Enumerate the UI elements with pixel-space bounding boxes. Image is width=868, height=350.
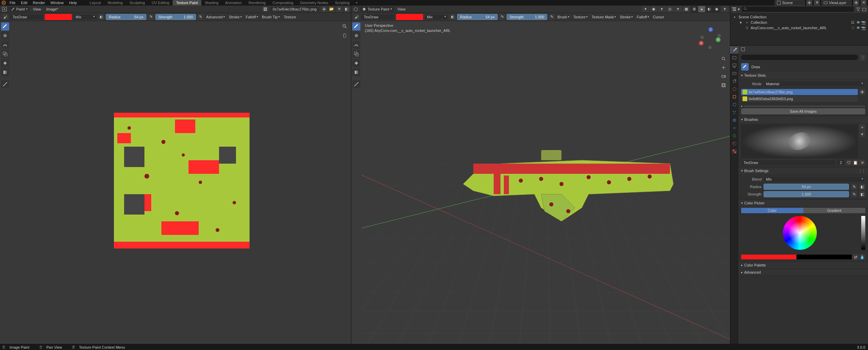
zoom-magnify-icon[interactable] bbox=[341, 23, 348, 30]
prop-tab-modifier[interactable] bbox=[730, 101, 738, 108]
brush-settings-strength-unit[interactable]: ◧ bbox=[859, 191, 865, 197]
tree-collection[interactable]: ▾ ▫ Collection ☑ 👁 📷 bbox=[732, 20, 866, 25]
tool-menu-advanced[interactable]: Advanced ▾ bbox=[205, 15, 226, 19]
advanced-panel-header[interactable]: ▸ Advanced bbox=[738, 269, 868, 276]
viewport-tool-menu-cursor[interactable]: Cursor bbox=[652, 15, 666, 19]
drag-handle-icon[interactable] bbox=[744, 106, 865, 107]
collection-render-toggle[interactable]: 📷 bbox=[861, 20, 866, 25]
viewport-tool-clone[interactable] bbox=[352, 50, 360, 58]
gizmo-toggle-button[interactable]: ◉ bbox=[650, 6, 657, 12]
object-visible-toggle[interactable]: 👁 bbox=[856, 25, 861, 30]
gizmo-options-button[interactable]: ▾ bbox=[658, 6, 666, 12]
image-new-button[interactable] bbox=[321, 6, 327, 12]
tool-annotate[interactable] bbox=[1, 80, 9, 88]
viewport-radius-pressure-toggle[interactable]: ✎ bbox=[499, 14, 505, 20]
add-workspace-button[interactable]: + bbox=[353, 0, 360, 5]
new-viewlayer-button[interactable] bbox=[853, 0, 859, 6]
tab-rendering[interactable]: Rendering bbox=[245, 0, 269, 5]
xray-toggle-button[interactable]: ▦ bbox=[683, 6, 690, 12]
view-object-types-button[interactable]: ▾ bbox=[642, 6, 649, 12]
properties-options-button[interactable]: ⋮ bbox=[860, 54, 866, 60]
gizmo-neg-x[interactable] bbox=[717, 34, 721, 37]
swap-colors-button[interactable]: ⇄ bbox=[852, 254, 859, 260]
tool-soften[interactable] bbox=[1, 32, 9, 40]
viewport-tool-annotate[interactable] bbox=[352, 80, 360, 88]
color-value-bar[interactable] bbox=[861, 216, 865, 250]
panel-options-icon[interactable]: ⋮⋮ bbox=[859, 169, 865, 173]
tree-scene-collection[interactable]: ▪ Scene Collection bbox=[732, 14, 866, 20]
viewport-tool-menu-brush[interactable]: Brush ▾ bbox=[556, 15, 571, 19]
brush-settings-strength-pressure[interactable]: ✎ bbox=[851, 191, 857, 197]
strength-pressure-toggle[interactable]: ✎ bbox=[197, 14, 203, 20]
editor-type-selector[interactable] bbox=[1, 6, 7, 12]
tool-menu-brush-tip[interactable]: Brush Tip ▾ bbox=[261, 15, 281, 19]
secondary-color-swatch[interactable] bbox=[797, 255, 852, 259]
tab-shading[interactable]: Shading bbox=[201, 0, 222, 5]
brush-color-swatch[interactable] bbox=[45, 14, 72, 20]
image-browse-button[interactable]: 🖼 bbox=[262, 6, 268, 12]
brush-options-button[interactable]: ▾ bbox=[859, 131, 865, 137]
paint-mode-toggle[interactable]: ◐ bbox=[98, 14, 104, 20]
tool-clone[interactable] bbox=[1, 50, 9, 58]
viewlayer-selector[interactable]: ViewLayer bbox=[821, 0, 852, 5]
viewport-tool-menu-texture[interactable]: Texture ▾ bbox=[572, 15, 589, 19]
image-mode-selector[interactable]: Paint ▾ bbox=[9, 7, 29, 12]
prop-tab-render[interactable] bbox=[730, 54, 738, 61]
tab-texture-paint[interactable]: Texture Paint bbox=[173, 0, 201, 5]
viewport-brush-color-swatch[interactable] bbox=[396, 14, 423, 20]
shading-solid[interactable]: ● bbox=[698, 6, 706, 12]
delete-scene-button[interactable]: ✕ bbox=[814, 0, 820, 6]
overlay-options-button[interactable]: ▾ bbox=[674, 6, 682, 12]
prop-tab-world[interactable] bbox=[730, 85, 738, 93]
brush-preview[interactable] bbox=[741, 124, 858, 158]
tab-compositing[interactable]: Compositing bbox=[269, 0, 297, 5]
texture-slots-mode-selector[interactable]: Material ▾ bbox=[764, 81, 865, 87]
outliner-editor-type-selector[interactable] bbox=[732, 7, 736, 12]
viewport-brush-tool-icon[interactable]: 🖌 bbox=[353, 14, 359, 20]
outliner-filter-button[interactable] bbox=[856, 7, 861, 12]
viewport-brush-radius-slider[interactable]: Radius 54 px bbox=[457, 14, 498, 20]
prop-tab-viewlayer[interactable] bbox=[730, 70, 738, 77]
brush-settings-strength-slider[interactable]: 1.000 bbox=[764, 191, 849, 197]
eyedropper-button[interactable]: 💧 bbox=[859, 254, 865, 260]
shading-wireframe[interactable]: ⊞ bbox=[691, 6, 698, 12]
brush-data-name-field[interactable]: TexDraw bbox=[741, 160, 836, 166]
chevron-right-icon[interactable]: ▸ bbox=[741, 105, 743, 108]
color-picker-panel-header[interactable]: ▾ Color Picker bbox=[738, 200, 868, 206]
tab-scripting[interactable]: Scripting bbox=[332, 0, 353, 5]
prop-tab-output[interactable] bbox=[730, 62, 738, 69]
brush-name-field[interactable]: TexDraw bbox=[9, 14, 43, 20]
viewport-menu-view[interactable]: View bbox=[395, 7, 408, 11]
menu-render[interactable]: Render bbox=[30, 1, 48, 5]
gizmo-x-axis[interactable]: X bbox=[699, 41, 704, 45]
viewport-brush-strength-slider[interactable]: Strength 1.000 bbox=[507, 14, 547, 20]
overlay-toggle-button[interactable]: ◎ bbox=[666, 6, 674, 12]
texture-slots-panel-header[interactable]: ▾ Texture Slots bbox=[738, 72, 868, 79]
brush-fake-user-toggle[interactable]: 🛡 bbox=[846, 160, 852, 166]
brush-settings-panel-header[interactable]: ▾ Brush Settings ⋮⋮ bbox=[738, 167, 868, 174]
viewport-brush-blend-selector[interactable]: Mix ▾ bbox=[425, 14, 448, 20]
brushes-panel-header[interactable]: ▾ Brushes bbox=[738, 116, 868, 123]
outliner-search[interactable] bbox=[741, 6, 854, 12]
tab-modeling[interactable]: Modeling bbox=[104, 0, 126, 5]
viewport-paint-mode-toggle[interactable]: ◐ bbox=[450, 14, 456, 20]
brush-strength-slider[interactable]: Strength 1.000 bbox=[155, 14, 196, 20]
outliner-new-collection-button[interactable] bbox=[862, 7, 867, 12]
viewport-tool-fill[interactable] bbox=[352, 59, 360, 67]
properties-search-input[interactable] bbox=[741, 54, 859, 60]
menu-window[interactable]: Window bbox=[48, 1, 66, 5]
tab-animation[interactable]: Animation bbox=[222, 0, 245, 5]
zoom-gizmo-icon[interactable] bbox=[720, 55, 727, 62]
viewport-tool-smear[interactable] bbox=[352, 41, 360, 49]
color-tab-color[interactable]: Color bbox=[741, 208, 803, 213]
object-render-toggle[interactable]: 📷 bbox=[861, 25, 866, 30]
viewport-editor-type-selector[interactable] bbox=[353, 6, 359, 12]
viewport-strength-pressure-toggle[interactable]: ✎ bbox=[549, 14, 555, 20]
viewport-mode-selector[interactable]: Texture Paint ▾ bbox=[360, 7, 394, 12]
viewport-tool-mask[interactable] bbox=[352, 68, 360, 76]
brush-user-count[interactable]: 2 bbox=[837, 160, 845, 166]
color-wheel[interactable] bbox=[783, 216, 817, 250]
brush-add-button[interactable]: + bbox=[859, 124, 865, 130]
perspective-gizmo-icon[interactable] bbox=[720, 81, 727, 89]
brush-blend-selector[interactable]: Mix ▾ bbox=[73, 14, 97, 20]
